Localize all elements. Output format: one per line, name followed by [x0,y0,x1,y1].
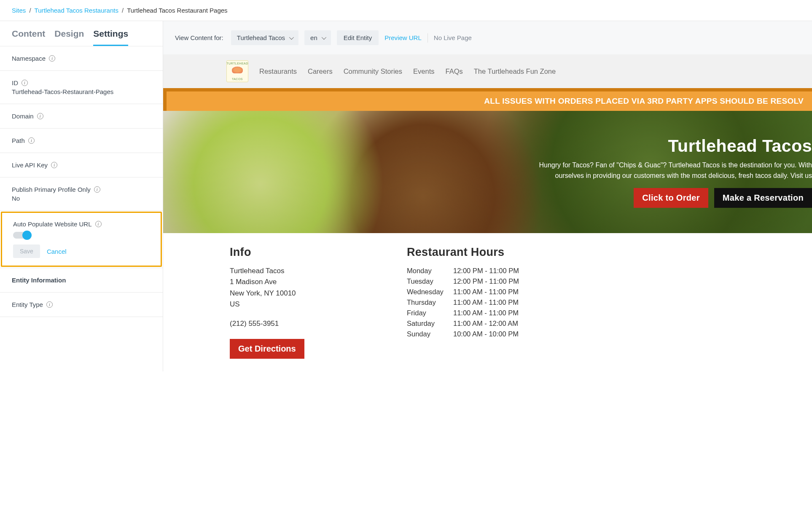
setting-publish-primary[interactable]: Publish Primary Profile Onlyi No [0,177,163,211]
hours-time: 11:00 AM - 11:00 PM [453,288,519,296]
hours-day: Monday [407,267,453,275]
locale-dropdown-value: en [310,34,317,41]
left-settings-panel: Content Design Settings Namespacei IDi T… [0,21,163,371]
tab-settings[interactable]: Settings [93,29,128,46]
breadcrumb-parent[interactable]: Turtlehead Tacos Restaurants [35,7,118,14]
publish-primary-value: No [12,195,151,202]
nav-community-stories[interactable]: Community Stories [344,67,402,75]
id-value: Turtlehead-Tacos-Restaurant-Pages [12,88,151,95]
entity-information-label: Entity Information [12,277,66,284]
chevron-down-icon [289,35,294,39]
info-icon[interactable]: i [37,113,43,119]
auto-populate-label: Auto Populate Website URL [13,220,92,228]
breadcrumb: Sites / Turtlehead Tacos Restaurants / T… [0,0,812,21]
hours-day: Saturday [407,320,453,328]
breadcrumb-sites[interactable]: Sites [12,7,26,14]
hours-day: Tuesday [407,277,453,285]
nav-events[interactable]: Events [413,67,434,75]
hours-row: Saturday11:00 AM - 12:00 AM [407,318,519,329]
view-content-label: View Content for: [175,34,223,41]
nav-restaurants[interactable]: Restaurants [259,67,297,75]
setting-entity-information[interactable]: Entity Information [0,268,163,293]
hours-time: 12:00 PM - 11:00 PM [453,267,519,275]
hours-time: 11:00 AM - 11:00 PM [453,309,519,317]
nav-fun-zone[interactable]: The Turtleheads Fun Zone [474,67,556,75]
info-addr2: New York, NY 10010 [230,288,382,299]
hours-heading: Restaurant Hours [407,246,519,259]
hero-title: Turtlehead Tacos [668,136,812,156]
info-icon[interactable]: i [28,137,35,144]
nav-careers[interactable]: Careers [308,67,333,75]
hours-time: 12:00 PM - 11:00 PM [453,277,519,285]
edit-entity-button[interactable]: Edit Entity [337,30,379,45]
click-to-order-button[interactable]: Click to Order [634,188,708,208]
hours-row: Wednesday11:00 AM - 11:00 PM [407,287,519,297]
hours-day: Wednesday [407,288,453,296]
info-icon[interactable]: i [94,186,100,193]
site-preview: TURTLEHEAD TACOS Restaurants Careers Com… [163,54,812,371]
breadcrumb-sep: / [122,7,124,14]
tab-design[interactable]: Design [54,29,84,46]
entity-dropdown[interactable]: Turtlehead Tacos [231,30,298,45]
toolbar-separator [428,33,428,43]
info-heading: Info [230,246,382,259]
setting-entity-type[interactable]: Entity Typei [0,293,163,317]
info-icon[interactable]: i [22,80,28,86]
breadcrumb-current: Turtlehead Tacos Restaurant Pages [127,7,227,14]
hours-row: Monday12:00 PM - 11:00 PM [407,266,519,276]
entity-type-label: Entity Type [12,301,43,308]
info-addr1: 1 Madison Ave [230,277,382,287]
preview-panel: View Content for: Turtlehead Tacos en Ed… [163,21,812,371]
no-live-page-text: No Live Page [434,34,472,41]
hours-column: Restaurant Hours Monday12:00 PM - 11:00 … [407,246,519,359]
hours-time: 11:00 AM - 11:00 PM [453,298,519,306]
hours-day: Friday [407,309,453,317]
info-icon[interactable]: i [95,221,102,227]
preview-url-link[interactable]: Preview URL [384,34,422,41]
setting-namespace[interactable]: Namespacei [0,46,163,71]
hours-day: Sunday [407,330,453,338]
setting-auto-populate-url: Auto Populate Website URLi Save Cancel [1,212,162,267]
hero-buttons: Click to Order Make a Reservation [634,188,812,208]
setting-live-api-key[interactable]: Live API Keyi [0,153,163,177]
setting-id[interactable]: IDi Turtlehead-Tacos-Restaurant-Pages [0,71,163,104]
locale-dropdown[interactable]: en [304,30,331,45]
hours-row: Sunday10:00 AM - 10:00 PM [407,329,519,339]
info-name: Turtlehead Tacos [230,266,382,277]
content-columns: Info Turtlehead Tacos 1 Madison Ave New … [163,233,812,371]
namespace-label: Namespace [12,55,46,62]
setting-path[interactable]: Pathi [0,129,163,153]
logo-text-bottom: TACOS [232,78,243,81]
save-button: Save [13,244,40,258]
site-nav: TURTLEHEAD TACOS Restaurants Careers Com… [163,54,812,88]
breadcrumb-sep: / [30,7,31,14]
tab-content[interactable]: Content [12,29,45,46]
domain-label: Domain [12,113,34,120]
hours-row: Tuesday12:00 PM - 11:00 PM [407,276,519,287]
info-icon[interactable]: i [51,162,57,168]
info-icon[interactable]: i [49,55,55,62]
cancel-button[interactable]: Cancel [47,248,67,255]
get-directions-button[interactable]: Get Directions [230,339,304,359]
hours-row: Thursday11:00 AM - 11:00 PM [407,297,519,308]
setting-domain[interactable]: Domaini [0,104,163,129]
live-api-key-label: Live API Key [12,161,48,169]
preview-toolbar: View Content for: Turtlehead Tacos en Ed… [163,21,812,54]
make-reservation-button[interactable]: Make a Reservation [714,188,812,208]
hero-subtitle: Hungry for Tacos? Fan of "Chips & Guac"?… [508,160,812,181]
chevron-down-icon [321,35,326,39]
site-logo[interactable]: TURTLEHEAD TACOS [226,60,248,82]
info-column: Info Turtlehead Tacos 1 Madison Ave New … [230,246,382,359]
logo-text-top: TURTLEHEAD [226,62,248,65]
auto-populate-toggle[interactable] [13,232,31,239]
hours-time: 11:00 AM - 12:00 AM [453,320,518,328]
hours-row: Friday11:00 AM - 11:00 PM [407,308,519,318]
nav-faqs[interactable]: FAQs [445,67,462,75]
entity-dropdown-value: Turtlehead Tacos [237,34,285,41]
announcement-banner: ALL ISSUES WITH ORDERS PLACED VIA 3RD PA… [167,91,812,111]
hero-section: Turtlehead Tacos Hungry for Tacos? Fan o… [163,111,812,233]
hours-table: Monday12:00 PM - 11:00 PM Tuesday12:00 P… [407,266,519,339]
path-label: Path [12,137,25,144]
id-label: ID [12,79,18,86]
info-icon[interactable]: i [46,301,53,308]
